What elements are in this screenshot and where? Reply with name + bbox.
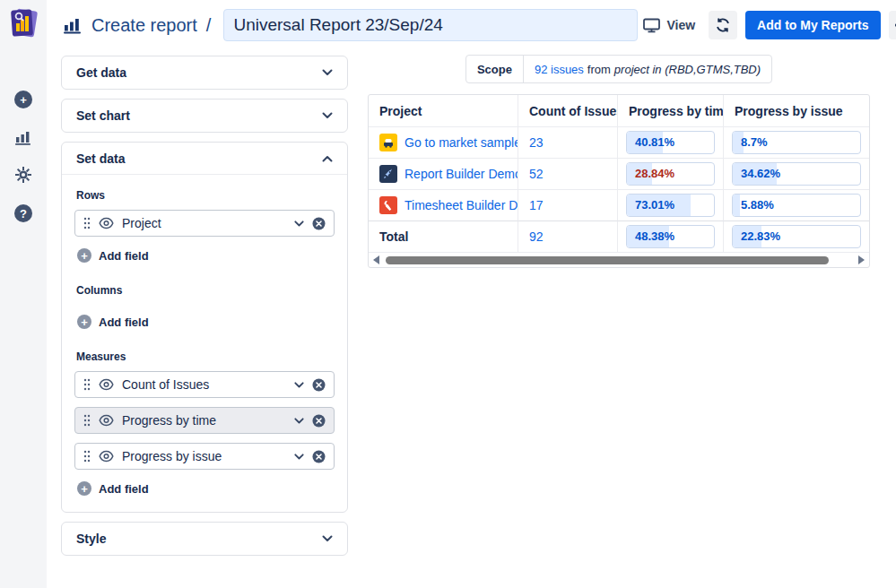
- count-value[interactable]: 23: [529, 135, 544, 150]
- scroll-right-arrow[interactable]: [858, 255, 865, 264]
- chevron-down-icon: [322, 112, 333, 119]
- progress-value: 40.81%: [635, 132, 674, 153]
- scrollbar-track[interactable]: [383, 256, 855, 264]
- count-value[interactable]: 52: [529, 167, 544, 181]
- measures-group: Measures Count of Issues: [74, 350, 335, 496]
- column-header-count-of-issues[interactable]: Count of Issues: [518, 95, 617, 126]
- progress-cell: 28.84%: [617, 158, 723, 189]
- bar-chart-icon[interactable]: [14, 129, 32, 145]
- progress-value: 28.84%: [635, 163, 674, 185]
- eye-icon[interactable]: [99, 414, 114, 427]
- scope-text: 92 issues from project in (RBD,GTMS,TBD): [524, 56, 771, 82]
- column-header-progress-by-issue[interactable]: Progress by issue: [723, 95, 869, 126]
- drag-handle-icon[interactable]: [83, 378, 91, 391]
- accordion-get-data-header[interactable]: Get data: [62, 56, 347, 89]
- chevron-down-icon[interactable]: [294, 454, 304, 460]
- columns-label: Columns: [76, 284, 335, 297]
- more-actions-button[interactable]: [889, 11, 896, 39]
- field-progress-by-issue[interactable]: Progress by issue: [74, 443, 335, 470]
- gear-icon[interactable]: [14, 166, 32, 184]
- drag-handle-icon[interactable]: [83, 217, 91, 229]
- remove-icon[interactable]: [312, 378, 326, 392]
- progress-by-time-bar: 28.84%: [626, 162, 715, 186]
- accordion-label: Set data: [76, 151, 125, 166]
- accordion-style: Style: [61, 522, 348, 556]
- report-builder-logo[interactable]: [6, 6, 40, 40]
- total-progress-by-issue-bar: 22.83%: [732, 225, 861, 248]
- progress-by-issue-bar: 34.62%: [732, 162, 861, 186]
- scroll-left-arrow[interactable]: [373, 255, 379, 264]
- eye-icon[interactable]: [99, 450, 114, 463]
- eye-icon[interactable]: [99, 378, 114, 391]
- view-button[interactable]: View: [638, 14, 700, 37]
- progress-cell: 48.38%: [617, 220, 723, 252]
- header-actions: View Add to My Reports: [638, 11, 896, 39]
- monitor-icon: [643, 18, 660, 33]
- chevron-up-icon: [322, 155, 333, 162]
- accordion-style-header[interactable]: Style: [62, 523, 347, 555]
- app-rail: + ?: [0, 0, 47, 588]
- wrench-avatar: [379, 196, 397, 214]
- view-label: View: [666, 18, 695, 32]
- drag-handle-icon[interactable]: [83, 414, 91, 427]
- scrollbar-thumb[interactable]: [386, 256, 829, 264]
- main-area: Create report / View A: [47, 0, 896, 588]
- columns-group: Columns + Add field: [74, 284, 335, 329]
- scope-from-text: from: [587, 63, 611, 76]
- add-field-columns-button[interactable]: + Add field: [77, 315, 335, 329]
- field-progress-by-time[interactable]: Progress by time: [74, 407, 335, 434]
- field-label: Count of Issues: [122, 377, 286, 392]
- column-header-progress-by-time[interactable]: Progress by time: [617, 95, 723, 126]
- measures-label: Measures: [76, 350, 335, 363]
- progress-value: 22.83%: [741, 226, 780, 247]
- progress-cell: 34.62%: [723, 158, 869, 189]
- count-value[interactable]: 17: [529, 198, 544, 212]
- progress-by-issue-bar: 5.88%: [732, 194, 861, 217]
- rail-nav: + ?: [14, 91, 32, 222]
- project-link[interactable]: Timesheet Builder Demo: [405, 198, 518, 212]
- accordion-set-chart-header[interactable]: Set chart: [62, 99, 347, 132]
- report-name-input[interactable]: [223, 9, 638, 41]
- progress-value: 5.88%: [741, 195, 774, 216]
- accordion-set-data-header[interactable]: Set data: [62, 143, 347, 175]
- field-label: Project: [122, 216, 286, 230]
- chevron-down-icon: [322, 69, 333, 76]
- remove-icon[interactable]: [312, 414, 326, 428]
- progress-value: 73.01%: [635, 195, 674, 216]
- scope-issues-link[interactable]: 92 issues: [535, 63, 584, 76]
- total-count: 92: [529, 229, 544, 244]
- field-count-of-issues[interactable]: Count of Issues: [74, 371, 335, 398]
- report-table: Project Count of Issues Progress by time…: [368, 94, 870, 268]
- remove-icon[interactable]: [312, 217, 326, 230]
- progress-cell: 40.81%: [617, 126, 723, 158]
- chevron-down-icon[interactable]: [294, 220, 304, 227]
- help-icon[interactable]: ?: [14, 204, 32, 222]
- add-field-rows-button[interactable]: + Add field: [77, 248, 335, 263]
- add-to-my-reports-button[interactable]: Add to My Reports: [745, 11, 880, 39]
- report-area: Scope 92 issues from project in (RBD,GTM…: [348, 50, 896, 268]
- scope-bar: Scope 92 issues from project in (RBD,GTM…: [465, 55, 772, 83]
- remove-icon[interactable]: [312, 450, 326, 463]
- page-title: Create report: [91, 15, 197, 36]
- chevron-down-icon[interactable]: [294, 418, 304, 424]
- project-link[interactable]: Go to market sample: [405, 135, 518, 150]
- chevron-down-icon[interactable]: [294, 382, 304, 388]
- refresh-button[interactable]: [709, 11, 737, 39]
- total-label: Total: [379, 229, 408, 244]
- progress-fill: [733, 195, 740, 216]
- drag-handle-icon[interactable]: [83, 450, 91, 463]
- eye-icon[interactable]: [99, 217, 114, 229]
- accordion-label: Get data: [76, 65, 126, 80]
- add-field-measures-button[interactable]: + Add field: [77, 481, 335, 496]
- plus-icon[interactable]: +: [14, 91, 32, 108]
- accordion-label: Style: [76, 532, 106, 546]
- accordion-set-chart: Set chart: [61, 99, 348, 133]
- project-link[interactable]: Report Builder Demo: [405, 167, 518, 181]
- add-field-label: Add field: [99, 482, 149, 496]
- rows-group: Rows Project: [74, 189, 335, 263]
- progress-cell: 73.01%: [617, 189, 723, 220]
- table-row: Timesheet Builder Demo: [369, 189, 518, 220]
- column-header-project[interactable]: Project: [369, 95, 518, 126]
- field-project[interactable]: Project: [74, 210, 335, 237]
- content: Get data Set chart Set data: [47, 50, 896, 556]
